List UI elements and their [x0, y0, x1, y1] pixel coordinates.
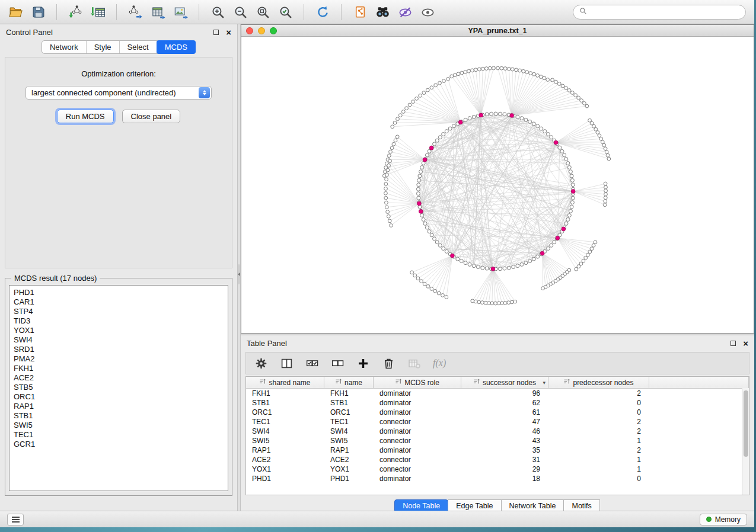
import-network-button[interactable]: [66, 3, 85, 21]
splitter-collapse-icon[interactable]: [238, 264, 240, 284]
mcds-result-item[interactable]: PHD1: [14, 288, 224, 297]
table-cell: 2: [548, 417, 649, 427]
mcds-result-item[interactable]: SWI5: [14, 421, 224, 430]
table-row[interactable]: YOX1YOX1connector291: [246, 464, 749, 474]
tab-network[interactable]: Network: [42, 41, 87, 53]
mcds-result-item[interactable]: TID3: [14, 316, 224, 326]
close-table-panel-icon[interactable]: ×: [743, 339, 748, 348]
column-header-shared-name[interactable]: shared name: [246, 377, 324, 388]
table-row[interactable]: RAP1RAP1dominator352: [246, 446, 749, 455]
clone-network-button[interactable]: [350, 3, 369, 21]
open-session-button[interactable]: [6, 3, 25, 21]
refresh-view-button[interactable]: [313, 3, 332, 21]
add-column-button[interactable]: [356, 357, 370, 370]
table-cell: STB1: [246, 398, 324, 408]
table-cell: ACE2: [246, 455, 324, 464]
sort-icon: [563, 378, 570, 387]
table-row[interactable]: SWI4SWI4dominator462: [246, 427, 749, 436]
table-cell-filler: [649, 417, 749, 427]
table-cell: RAP1: [246, 446, 324, 455]
float-panel-icon[interactable]: [213, 30, 219, 35]
hide-graphics-details-button[interactable]: [395, 3, 414, 21]
search-network-button[interactable]: [373, 3, 392, 21]
table-cell: 1: [548, 455, 649, 464]
column-header-successor-nodes[interactable]: successor nodes▾: [461, 377, 548, 388]
mcds-result-item[interactable]: GCR1: [14, 440, 224, 449]
table-row[interactable]: SWI5SWI5connector431: [246, 436, 749, 446]
mcds-result-item[interactable]: YOX1: [14, 326, 224, 335]
import-network-icon: [68, 5, 83, 20]
table-cell: STB1: [324, 398, 374, 408]
table-cell: 0: [548, 408, 649, 417]
criterion-dropdown[interactable]: largest connected component (undirected): [25, 86, 212, 100]
float-table-panel-icon[interactable]: [731, 341, 736, 346]
table-row[interactable]: ACE2ACE2connector311: [246, 455, 749, 464]
mcds-result-item[interactable]: ACE2: [14, 373, 224, 383]
table-cell: SWI5: [324, 436, 374, 446]
export-image-button[interactable]: [171, 3, 190, 21]
show-columns-button[interactable]: [280, 357, 294, 370]
zoom-fit-button[interactable]: [253, 3, 272, 21]
export-table-button[interactable]: [148, 3, 167, 21]
table-row[interactable]: STB1STB1dominator620: [246, 398, 749, 408]
table-cell: RAP1: [324, 446, 374, 455]
table-panel: Table Panel × f(x) shared namenameMCDS r…: [241, 335, 754, 511]
mcds-result-item[interactable]: SRD1: [14, 345, 224, 354]
import-table-button[interactable]: [88, 3, 107, 21]
status-menu-button[interactable]: [7, 514, 24, 525]
close-panel-icon[interactable]: ×: [226, 28, 231, 37]
mcds-result-item[interactable]: SWI4: [14, 335, 224, 345]
table-cell: 35: [461, 446, 548, 455]
column-header-predecessor-nodes[interactable]: predecessor nodes: [548, 377, 649, 388]
table-cell-filler: [649, 427, 749, 436]
network-window-titlebar[interactable]: YPA_prune.txt_1: [241, 25, 754, 37]
control-panel-tabs: Network Style Select MCDS: [0, 40, 237, 54]
mcds-result-item[interactable]: FKH1: [14, 364, 224, 373]
search-box[interactable]: [573, 5, 746, 20]
mcds-result-list[interactable]: PHD1CAR1STP4TID3YOX1SWI4SRD1PMA2FKH1ACE2…: [9, 285, 228, 491]
mcds-result-item[interactable]: STB1: [14, 411, 224, 421]
table-cell: 1: [548, 436, 649, 446]
mcds-result-item[interactable]: STP4: [14, 307, 224, 316]
search-input[interactable]: [591, 8, 739, 16]
table-row[interactable]: TEC1TEC1connector472: [246, 417, 749, 427]
zoom-selected-button[interactable]: [276, 3, 295, 21]
delete-columns-button[interactable]: [382, 357, 395, 370]
tab-style[interactable]: Style: [87, 41, 120, 53]
clear-all-icon: [407, 357, 421, 370]
tab-mcds[interactable]: MCDS: [157, 40, 196, 54]
column-header-name[interactable]: name: [324, 377, 374, 388]
network-canvas[interactable]: [241, 37, 754, 333]
mcds-result-item[interactable]: ORC1: [14, 392, 224, 402]
close-panel-button[interactable]: Close panel: [122, 110, 181, 123]
zoom-out-button[interactable]: [231, 3, 250, 21]
scrollbar-thumb[interactable]: [744, 390, 748, 457]
table-cell-filler: [649, 455, 749, 464]
mcds-result-item[interactable]: PMA2: [14, 354, 224, 364]
table-cell: ORC1: [324, 408, 374, 417]
table-scrollbar[interactable]: [742, 388, 749, 495]
table-row[interactable]: PHD1PHD1dominator180: [246, 474, 749, 483]
run-mcds-button[interactable]: Run MCDS: [57, 110, 114, 123]
deselect-all-button[interactable]: [331, 357, 344, 370]
cytoscape-window: Control Panel × Network Style Select MCD…: [0, 0, 754, 527]
export-network-icon: [128, 5, 143, 20]
mcds-result-item[interactable]: TEC1: [14, 430, 224, 440]
clone-network-icon: [353, 5, 368, 20]
table-cell: dominator: [374, 446, 461, 455]
tab-select[interactable]: Select: [120, 41, 157, 53]
memory-button[interactable]: Memory: [700, 514, 747, 525]
mcds-result-item[interactable]: CAR1: [14, 297, 224, 307]
mcds-result-item[interactable]: RAP1: [14, 402, 224, 411]
column-header-MCDS-role[interactable]: MCDS role: [374, 377, 461, 388]
zoom-in-button[interactable]: [208, 3, 227, 21]
export-network-button[interactable]: [126, 3, 145, 21]
table-row[interactable]: ORC1ORC1dominator610: [246, 408, 749, 417]
select-all-button[interactable]: [305, 357, 319, 370]
table-row[interactable]: FKH1FKH1dominator962: [246, 389, 749, 398]
node-table: shared namenameMCDS rolesuccessor nodes▾…: [245, 376, 749, 495]
mcds-result-item[interactable]: STB5: [14, 383, 224, 392]
table-settings-button[interactable]: [254, 357, 268, 370]
show-graphics-details-button[interactable]: [418, 3, 437, 21]
save-session-button[interactable]: [28, 3, 47, 21]
